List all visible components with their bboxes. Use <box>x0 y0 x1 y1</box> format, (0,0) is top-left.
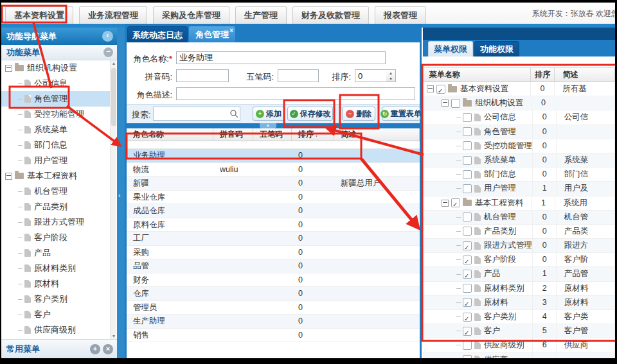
sidebar-tree-item[interactable]: 产品 <box>1 245 110 261</box>
permission-row[interactable]: 系统菜单0系统菜 <box>423 153 615 168</box>
tab-close-icon[interactable]: × <box>229 22 233 39</box>
role-name-input[interactable] <box>176 51 386 64</box>
sidebar-tree-item[interactable]: 客户阶段 <box>1 230 110 245</box>
permission-row[interactable]: 客户5客户管 <box>423 324 615 338</box>
tree-expander-icon[interactable] <box>442 200 449 207</box>
permission-row[interactable]: 受控功能管理0 <box>423 139 615 153</box>
topbar-menu-item-3[interactable]: 生产管理 <box>235 6 287 24</box>
splitter-collapse-icon[interactable]: ‹ <box>118 191 121 199</box>
tree-expander-icon[interactable] <box>5 65 12 72</box>
sidebar-collapse-button[interactable]: ‹ <box>102 31 113 42</box>
permission-row[interactable]: 客户阶段0客户阶 <box>423 253 615 267</box>
pinyin-input[interactable] <box>176 69 229 82</box>
permission-checkbox[interactable] <box>463 141 472 150</box>
permission-checkbox[interactable] <box>451 198 460 207</box>
sidebar-tree-item[interactable]: 原材料类别 <box>1 261 110 276</box>
permissions-header-cell[interactable]: 简述 <box>555 68 615 82</box>
permission-row[interactable]: 客户类别4客户类 <box>423 310 615 324</box>
sidebar-tree-item[interactable]: 部门信息 <box>1 137 110 153</box>
permission-checkbox[interactable] <box>463 298 472 307</box>
permission-row[interactable]: 机台管理0机台管 <box>423 211 615 225</box>
permission-checkbox[interactable] <box>436 85 445 94</box>
topbar-menu-item-0[interactable]: 基本资料设置 <box>5 6 73 24</box>
sort-input[interactable] <box>355 69 387 82</box>
permissions-header-cell[interactable]: 菜单名称 <box>423 68 531 82</box>
add-circle-icon[interactable]: + <box>90 344 100 354</box>
search-input[interactable] <box>153 107 240 121</box>
permission-checkbox[interactable] <box>463 256 472 264</box>
grid-row[interactable]: 业务助理0 <box>127 149 420 163</box>
panel-minimize-button[interactable]: − <box>103 48 113 57</box>
permission-checkbox[interactable] <box>463 241 472 250</box>
topbar-menu-item-4[interactable]: 财务及收款管理 <box>292 6 369 24</box>
sort-spinner[interactable]: ▴ ▾ <box>386 69 396 82</box>
tree-expander-icon[interactable] <box>5 173 12 180</box>
permission-row[interactable]: 公司信息0公司信 <box>423 110 615 125</box>
permission-row[interactable]: 基本资料设置0所有基 <box>423 82 615 96</box>
grid-row[interactable]: 管理员0 <box>127 301 420 315</box>
toolbar-button-reset[interactable]: ↻重置表单 <box>382 107 420 121</box>
topbar-menu-item-2[interactable]: 采购及仓库管理 <box>153 6 229 24</box>
grid-row[interactable]: 原料仓库0 <box>127 218 420 232</box>
grid-row[interactable]: 生产助理0 <box>127 315 420 329</box>
permission-checkbox[interactable] <box>463 270 472 279</box>
grid-row[interactable]: 成品仓库0 <box>127 204 420 218</box>
grid-row[interactable]: 采购0 <box>127 246 420 260</box>
spinner-down-icon[interactable]: ▾ <box>386 76 395 82</box>
sidebar-tree-item[interactable]: 受控功能管理 <box>1 107 110 122</box>
grid-header-cell[interactable]: 排序↓ <box>292 128 334 141</box>
toolbar-button-delete[interactable]: −删除 <box>342 107 375 121</box>
common-menu-footer[interactable]: 常用菜单 + × <box>1 339 117 358</box>
grid-row[interactable]: 工厂0 <box>127 232 420 246</box>
permission-row[interactable]: 角色管理0 <box>423 125 615 139</box>
grid-row[interactable]: 果业仓库0 <box>127 191 420 205</box>
grid-row[interactable]: 仓库0 <box>127 287 420 301</box>
grid-row[interactable]: 物流wuliu0 <box>127 163 420 177</box>
topbar-menu-item-1[interactable]: 业务流程管理 <box>79 6 147 24</box>
sidebar-tree-item[interactable]: 产品类别 <box>1 199 110 214</box>
permission-row[interactable]: 原材料类别2原材料 <box>423 282 615 296</box>
grid-header-cell[interactable]: 拼音码 <box>213 128 253 141</box>
sidebar-scrollbar[interactable]: ▲ ▼ <box>110 60 116 339</box>
permissions-header-cell[interactable]: 排序 <box>531 68 555 82</box>
sidebar-tree-item[interactable]: 跟进方式管理 <box>1 214 110 230</box>
permission-row[interactable]: 产品类别0产品类 <box>423 225 615 239</box>
sidebar-tree-item[interactable]: 客户 <box>1 307 110 322</box>
permission-checkbox[interactable] <box>463 156 472 165</box>
sidebar-tree-item[interactable]: 供应商级别 <box>1 322 110 338</box>
permission-checkbox[interactable] <box>463 327 472 336</box>
scrollbar-thumb[interactable] <box>111 68 116 126</box>
topbar-menu-item-5[interactable]: 报表管理 <box>375 6 426 24</box>
permission-row[interactable]: 用户管理1用户及 <box>423 182 615 196</box>
close-circle-icon[interactable]: × <box>103 344 113 354</box>
wubi-input[interactable] <box>278 69 319 82</box>
sidebar-tree-item[interactable]: 用户管理 <box>1 153 110 168</box>
permissions-tab-0[interactable]: 菜单权限 <box>428 41 473 56</box>
sidebar-tree-item[interactable]: 公司信息 <box>1 76 110 91</box>
permission-checkbox[interactable] <box>463 170 472 179</box>
scroll-up-icon[interactable]: ▲ <box>111 61 117 65</box>
sidebar-tree-item[interactable]: 原材料 <box>1 276 110 291</box>
grid-row[interactable]: 销售0 <box>127 329 420 343</box>
toolbar-button-save[interactable]: ✓保存修改 <box>287 107 333 121</box>
sidebar-tree-item[interactable]: 组织机构设置 <box>1 60 110 76</box>
sidebar-tree-item[interactable]: 角色管理 <box>1 91 110 107</box>
permission-row[interactable]: 供应商级别6供应商 <box>423 338 615 352</box>
permission-row[interactable]: 组织机构设置0 <box>423 96 615 110</box>
permission-row[interactable]: 产品1产品管 <box>423 267 615 281</box>
permission-checkbox[interactable] <box>463 227 472 236</box>
permission-checkbox[interactable] <box>463 355 472 358</box>
grid-row[interactable]: 财务0 <box>127 273 420 288</box>
main-tab-0[interactable]: 系统动态日志 <box>127 26 188 42</box>
scroll-down-icon[interactable]: ▼ <box>111 334 117 338</box>
sidebar-splitter[interactable]: ‹ <box>117 28 125 358</box>
permission-row[interactable]: 跟进方式管理0跟进方 <box>423 239 615 253</box>
permission-row[interactable]: 基本工程资料1系统用 <box>423 196 615 211</box>
grid-header-cell[interactable]: 五笔码 <box>253 128 292 141</box>
sidebar-tree-item[interactable]: 机台管理 <box>1 184 110 199</box>
permission-row[interactable]: 供应商 <box>423 353 615 358</box>
permissions-tab-1[interactable]: 功能权限 <box>474 41 519 56</box>
collapse-notch[interactable]: ▲ <box>260 123 276 128</box>
toolbar-button-add[interactable]: +添加 <box>253 107 285 121</box>
permission-checkbox[interactable] <box>463 212 472 221</box>
